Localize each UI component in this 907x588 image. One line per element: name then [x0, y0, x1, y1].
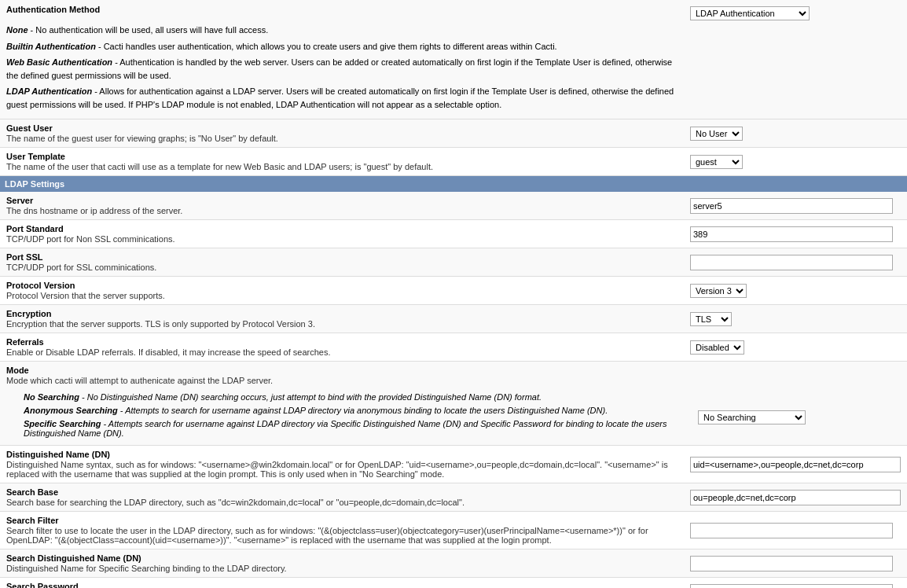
mode-desc: Mode which cacti will attempt to autheni… — [6, 376, 677, 385]
auth-ldap-desc: LDAP Authentication - Allows for authent… — [6, 85, 677, 111]
settings-table: Authentication Method None - No authenti… — [0, 0, 907, 588]
protocol-version-label-cell: Protocol Version Protocol Version that t… — [0, 277, 684, 305]
search-base-desc: Search base for searching the LDAP direc… — [6, 498, 677, 507]
user-template-label-cell: User Template The name of the user that … — [0, 148, 684, 176]
search-base-control-cell — [684, 483, 907, 512]
user-template-select[interactable]: guest admin No User — [690, 155, 743, 169]
search-password-label-cell: Search Password Password for Specific Se… — [0, 578, 684, 589]
guest-user-desc: The name of the guest user for viewing g… — [6, 134, 677, 143]
ldap-settings-header: LDAP Settings — [0, 176, 907, 193]
user-template-control-cell: guest admin No User — [684, 148, 907, 176]
mode-no-searching-desc: No Searching - No Distinguished Name (DN… — [24, 392, 685, 402]
encryption-select[interactable]: None SSL TLS — [690, 312, 732, 326]
encryption-desc: Encryption that the server supports. TLS… — [6, 319, 677, 329]
auth-none-desc: None - No authentication will be used, a… — [6, 24, 677, 37]
user-template-row: User Template The name of the user that … — [0, 148, 907, 176]
search-dn-label-cell: Search Distinguished Name (DN) Distingui… — [0, 549, 684, 578]
mode-desc-inner-row: No Searching - No Distinguished Name (DN… — [0, 389, 907, 445]
referrals-desc: Enable or Disable LDAP referrals. If dis… — [6, 347, 677, 357]
search-filter-label-cell: Search Filter Search filter to use to lo… — [0, 512, 684, 549]
auth-method-title: Authentication Method — [6, 5, 677, 14]
server-control-cell — [684, 192, 907, 220]
auth-webbasic-desc: Web Basic Authentication - Authenticatio… — [6, 56, 677, 82]
referrals-row: Referrals Enable or Disable LDAP referra… — [0, 333, 907, 362]
port-standard-desc: TCP/UDP port for Non SSL comminications. — [6, 234, 677, 244]
port-ssl-input[interactable] — [690, 255, 893, 270]
page: Authentication Method None - No authenti… — [0, 0, 907, 588]
search-dn-row: Search Distinguished Name (DN) Distingui… — [0, 549, 907, 578]
distinguished-name-label-cell: Distinguished Name (DN) Distinguished Na… — [0, 446, 684, 483]
distinguished-name-desc: Distinguished Name syntax, such as for w… — [6, 460, 677, 479]
search-filter-desc: Search filter to use to locate the user … — [6, 526, 677, 545]
distinguished-name-input[interactable] — [690, 457, 901, 472]
mode-row: Mode Mode which cacti will attempt to au… — [0, 362, 907, 390]
port-ssl-row: Port SSL TCP/UDP port for SSL comminicat… — [0, 248, 907, 277]
port-standard-label-cell: Port Standard TCP/UDP port for Non SSL c… — [0, 220, 684, 248]
protocol-version-select[interactable]: Version 2 Version 3 — [690, 284, 747, 298]
mode-title: Mode — [6, 366, 677, 375]
search-filter-input[interactable] — [690, 523, 893, 538]
search-base-row: Search Base Search base for searching th… — [0, 483, 907, 512]
server-title: Server — [6, 196, 677, 205]
mode-select[interactable]: No Searching Anonymous Searching Specifi… — [698, 410, 806, 424]
guest-user-control-cell: No User guest admin — [684, 119, 907, 148]
referrals-control-cell: Disabled Enabled — [684, 333, 907, 362]
search-password-row: Search Password Password for Specific Se… — [0, 578, 907, 589]
port-standard-title: Port Standard — [6, 224, 677, 233]
server-desc: The dns hostname or ip address of the se… — [6, 206, 677, 215]
guest-user-select[interactable]: No User guest admin — [690, 127, 743, 141]
search-base-label-cell: Search Base Search base for searching th… — [0, 483, 684, 512]
encryption-label-cell: Encryption Encryption that the server su… — [0, 305, 684, 333]
server-row: Server The dns hostname or ip address of… — [0, 192, 907, 220]
search-filter-control-cell — [684, 512, 907, 549]
mode-specific-desc: Specific Searching - Attempts search for… — [24, 419, 685, 438]
auth-method-select[interactable]: None Builtin Authentication Web Basic Au… — [690, 6, 810, 20]
encryption-row: Encryption Encryption that the server su… — [0, 305, 907, 333]
port-ssl-title: Port SSL — [6, 252, 677, 262]
search-dn-desc: Distinguished Name for Specific Searchin… — [6, 564, 677, 573]
mode-anonymous-desc: Anonymous Searching - Attempts to search… — [24, 406, 685, 415]
auth-method-label-cell: Authentication Method None - No authenti… — [0, 0, 684, 119]
guest-user-row: Guest User The name of the guest user fo… — [0, 119, 907, 148]
port-ssl-desc: TCP/UDP port for SSL comminications. — [6, 263, 677, 272]
referrals-title: Referrals — [6, 337, 677, 347]
guest-user-title: Guest User — [6, 123, 677, 133]
search-filter-row: Search Filter Search filter to use to lo… — [0, 512, 907, 549]
search-base-input[interactable] — [690, 490, 901, 505]
protocol-version-title: Protocol Version — [6, 281, 677, 290]
referrals-label-cell: Referrals Enable or Disable LDAP referra… — [0, 333, 684, 362]
protocol-version-control-cell: Version 2 Version 3 — [684, 277, 907, 305]
protocol-version-row: Protocol Version Protocol Version that t… — [0, 277, 907, 305]
user-template-title: User Template — [6, 152, 677, 161]
auth-method-row: Authentication Method None - No authenti… — [0, 0, 907, 119]
mode-desc-row: No Searching - No Distinguished Name (DN… — [0, 389, 907, 446]
server-input[interactable] — [690, 198, 893, 214]
port-standard-row: Port Standard TCP/UDP port for Non SSL c… — [0, 220, 907, 248]
auth-method-control-cell: None Builtin Authentication Web Basic Au… — [684, 0, 907, 119]
mode-select-cell: No Searching Anonymous Searching Specifi… — [692, 389, 907, 445]
search-password-input[interactable] — [690, 584, 893, 589]
protocol-version-desc: Protocol Version that the server support… — [6, 291, 677, 300]
port-standard-input[interactable] — [690, 226, 893, 242]
user-template-desc: The name of the user that cacti will use… — [6, 162, 677, 171]
distinguished-name-title: Distinguished Name (DN) — [6, 450, 677, 459]
search-dn-control-cell — [684, 549, 907, 578]
port-ssl-control-cell — [684, 248, 907, 277]
port-standard-control-cell — [684, 220, 907, 248]
search-password-control-cell — [684, 578, 907, 589]
distinguished-name-control-cell — [684, 446, 907, 483]
port-ssl-label-cell: Port SSL TCP/UDP port for SSL comminicat… — [0, 248, 684, 277]
encryption-control-cell: None SSL TLS — [684, 305, 907, 333]
encryption-title: Encryption — [6, 309, 677, 318]
search-base-title: Search Base — [6, 487, 677, 497]
server-label-cell: Server The dns hostname or ip address of… — [0, 192, 684, 220]
auth-builtin-desc: Builtin Authentication - Cacti handles u… — [6, 40, 677, 53]
mode-control-cell — [684, 362, 907, 390]
mode-label-cell: Mode Mode which cacti will attempt to au… — [0, 362, 684, 390]
guest-user-label-cell: Guest User The name of the guest user fo… — [0, 119, 684, 148]
ldap-header-row: LDAP Settings — [0, 176, 907, 193]
search-dn-input[interactable] — [690, 556, 893, 571]
mode-descriptions-cell: No Searching - No Distinguished Name (DN… — [0, 389, 692, 445]
distinguished-name-row: Distinguished Name (DN) Distinguished Na… — [0, 446, 907, 483]
referrals-select[interactable]: Disabled Enabled — [690, 340, 744, 355]
